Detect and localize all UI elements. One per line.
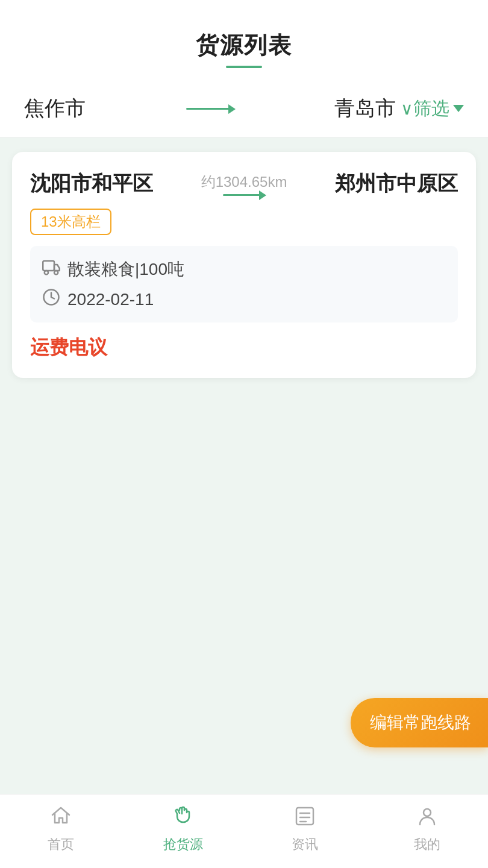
- nav-item-profile[interactable]: 我的: [397, 804, 457, 854]
- filter-triangle-icon: [453, 105, 464, 112]
- home-icon: [49, 804, 73, 832]
- cargo-date-row: 2022-02-11: [42, 288, 446, 310]
- svg-point-2: [54, 271, 58, 274]
- nav-item-grab[interactable]: 抢货源: [153, 804, 213, 854]
- filter-bar: 焦作市 青岛市 ∨ 筛选: [0, 80, 488, 137]
- route-arrow: [86, 108, 334, 110]
- news-icon: [293, 804, 317, 832]
- nav-label-home: 首页: [48, 835, 74, 854]
- route-distance: 约1304.65km: [201, 172, 287, 196]
- dest-city: 青岛市: [334, 95, 396, 122]
- svg-rect-0: [43, 260, 54, 270]
- cargo-date: 2022-02-11: [67, 290, 154, 309]
- svg-point-8: [424, 809, 431, 816]
- origin-city[interactable]: 焦作市: [24, 95, 86, 122]
- distance-arrow: [223, 194, 265, 196]
- cargo-info-box: 散装粮食|100吨 2022-02-11: [30, 246, 458, 322]
- nav-label-grab: 抢货源: [163, 835, 203, 854]
- cargo-price: 运费电议: [30, 335, 458, 361]
- page-title: 货源列表: [0, 30, 488, 61]
- profile-icon: [415, 804, 439, 832]
- nav-label-news: 资讯: [292, 835, 318, 854]
- cargo-card[interactable]: 沈阳市和平区 约1304.65km 郑州市中原区 13米高栏: [12, 152, 476, 378]
- nav-label-profile: 我的: [414, 835, 440, 854]
- nav-item-home[interactable]: 首页: [31, 804, 91, 854]
- distance-text: 约1304.65km: [201, 172, 287, 192]
- cargo-dest: 郑州市中原区: [335, 170, 458, 198]
- nav-item-news[interactable]: 资讯: [275, 804, 335, 854]
- chevron-down-icon: ∨: [401, 99, 413, 119]
- main-content: 沈阳市和平区 约1304.65km 郑州市中原区 13米高栏: [0, 137, 488, 794]
- bottom-nav: 首页 抢货源 资讯: [0, 794, 488, 868]
- cargo-icon: [42, 259, 60, 281]
- edit-route-button[interactable]: 编辑常跑线路: [351, 698, 488, 747]
- title-underline: [226, 66, 262, 68]
- cargo-origin: 沈阳市和平区: [30, 170, 153, 198]
- cargo-name-row: 散装粮食|100吨: [42, 258, 446, 281]
- card-route: 沈阳市和平区 约1304.65km 郑州市中原区: [30, 170, 458, 198]
- clock-icon: [42, 288, 60, 310]
- svg-point-1: [45, 271, 48, 274]
- filter-button[interactable]: 筛选: [413, 96, 464, 121]
- cargo-name: 散装粮食|100吨: [67, 258, 184, 281]
- page-header: 货源列表: [0, 0, 488, 80]
- grab-icon: [171, 804, 195, 832]
- dest-selector[interactable]: 青岛市 ∨: [334, 95, 413, 122]
- truck-type-tag: 13米高栏: [30, 209, 111, 235]
